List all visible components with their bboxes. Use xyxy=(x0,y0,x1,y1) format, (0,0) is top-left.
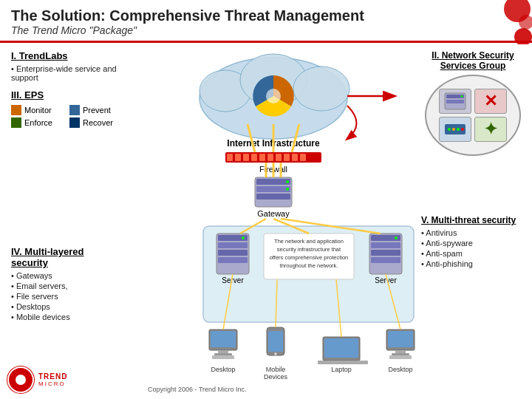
svg-point-89 xyxy=(452,128,455,131)
svg-text:Server: Server xyxy=(222,276,244,284)
svg-rect-17 xyxy=(276,154,282,161)
multi-layered-bullet-4: • Mobile devices xyxy=(11,313,122,321)
left-panel: I. TrendLabs • Enterprise-wide service a… xyxy=(0,43,129,398)
eps-title: III. EPS xyxy=(11,89,122,100)
svg-text:Server: Server xyxy=(375,276,397,284)
svg-rect-61 xyxy=(214,353,232,355)
svg-rect-12 xyxy=(235,154,241,161)
svg-rect-27 xyxy=(256,186,290,192)
svg-text:Mobile: Mobile xyxy=(266,366,286,373)
eps-item-enforce: Enforce xyxy=(11,117,64,128)
svg-point-29 xyxy=(286,180,289,183)
svg-rect-71 xyxy=(318,361,368,364)
svg-rect-62 xyxy=(212,355,234,359)
monitor-label: Monitor xyxy=(24,106,52,115)
eps-grid: Monitor Prevent Enforce Recover xyxy=(11,105,122,128)
svg-rect-20 xyxy=(300,154,306,161)
enforce-color xyxy=(11,117,21,128)
eps-section: III. EPS Monitor Prevent Enforce Recover xyxy=(11,89,122,128)
eps-item-monitor: Monitor xyxy=(11,105,64,115)
prevent-label: Prevent xyxy=(83,106,111,115)
svg-rect-11 xyxy=(227,154,233,161)
page-subtitle: The Trend Micro "Package" xyxy=(11,24,521,36)
svg-rect-74 xyxy=(388,331,413,347)
svg-point-30 xyxy=(286,188,289,191)
svg-rect-77 xyxy=(389,355,412,359)
svg-point-48 xyxy=(395,236,398,239)
trendlabs-bullet: • Enterprise-wide service and support xyxy=(11,64,122,82)
trendlabs-section: I. TrendLabs • Enterprise-wide service a… xyxy=(11,50,122,82)
svg-text:Laptop: Laptop xyxy=(331,366,352,373)
svg-point-86 xyxy=(461,95,463,98)
multi-layered-title: IV. Multi-layered security xyxy=(11,246,122,268)
svg-rect-19 xyxy=(292,154,298,161)
main-diagram: Internet Infrastructure Firewall xyxy=(129,43,417,398)
svg-rect-39 xyxy=(218,250,248,256)
svg-rect-45 xyxy=(371,242,400,248)
network-security-section: II. Network Security Services Group xyxy=(421,50,525,156)
svg-point-88 xyxy=(448,128,451,131)
multi-threat-bullet-2: • Anti-spam xyxy=(421,249,525,258)
svg-rect-26 xyxy=(256,179,290,185)
svg-rect-85 xyxy=(446,100,464,103)
right-panel: II. Network Security Services Group xyxy=(417,43,532,398)
svg-text:Desktop: Desktop xyxy=(388,366,412,373)
multi-threat-bullet-1: • Anti-spyware xyxy=(421,239,525,248)
svg-rect-76 xyxy=(392,353,409,355)
network-security-circle: ✕ ✦ xyxy=(425,75,521,156)
svg-rect-38 xyxy=(218,242,248,248)
multi-threat-section: V. Multi-threat security • Antivirus • A… xyxy=(421,215,525,268)
trendlabs-title: I. TrendLabs xyxy=(11,50,122,61)
svg-rect-13 xyxy=(243,154,249,161)
svg-text:Desktop: Desktop xyxy=(211,366,235,373)
server-icon-1 xyxy=(439,89,471,114)
network-icons-grid: ✕ ✦ xyxy=(433,83,513,148)
enforce-label: Enforce xyxy=(24,118,52,127)
svg-point-2 xyxy=(514,28,532,44)
eps-item-prevent: Prevent xyxy=(69,105,122,115)
page-title: The Solution: Comprehensive Threat Manag… xyxy=(11,7,521,24)
svg-point-6 xyxy=(293,66,349,111)
svg-rect-18 xyxy=(284,154,290,161)
svg-rect-15 xyxy=(259,154,265,161)
svg-rect-47 xyxy=(371,257,400,263)
svg-text:offers comprehensive protectio: offers comprehensive protection xyxy=(270,254,349,261)
main-content: I. TrendLabs • Enterprise-wide service a… xyxy=(0,43,532,398)
multi-layered-bullet-3: • Desktops xyxy=(11,302,122,311)
svg-rect-65 xyxy=(268,331,283,352)
svg-text:throughout the network.: throughout the network. xyxy=(280,262,338,269)
svg-point-66 xyxy=(274,352,277,355)
svg-text:Gateway: Gateway xyxy=(257,209,290,218)
recover-label: Recover xyxy=(83,118,113,127)
svg-rect-59 xyxy=(211,331,236,347)
svg-rect-46 xyxy=(371,250,400,256)
star-icon: ✦ xyxy=(474,117,507,142)
svg-rect-16 xyxy=(267,154,273,161)
svg-rect-14 xyxy=(251,154,257,161)
svg-text:Devices: Devices xyxy=(264,373,288,381)
svg-point-41 xyxy=(242,236,245,239)
svg-rect-28 xyxy=(256,194,290,200)
svg-text:security infrastructure that: security infrastructure that xyxy=(277,246,341,253)
svg-rect-40 xyxy=(218,257,248,263)
network-security-title: II. Network Security Services Group xyxy=(421,50,525,71)
svg-point-90 xyxy=(457,128,460,131)
multi-layered-bullet-2: • File servers xyxy=(11,292,122,301)
multi-layered-bullet-1: • Email servers, xyxy=(11,282,122,290)
svg-point-7 xyxy=(266,89,281,103)
svg-rect-70 xyxy=(324,338,358,358)
multi-threat-bullet-0: • Antivirus xyxy=(421,228,525,237)
switch-icon xyxy=(439,117,471,142)
svg-point-91 xyxy=(461,128,464,131)
monitor-color xyxy=(11,105,21,115)
multi-threat-bullet-3: • Anti-phishing xyxy=(421,259,525,268)
deco-circles-icon xyxy=(473,0,532,44)
svg-text:The network and application: The network and application xyxy=(274,238,344,245)
center-diagram: Internet Infrastructure Firewall xyxy=(129,43,417,398)
recover-color xyxy=(69,117,80,128)
eps-item-recover: Recover xyxy=(69,117,122,128)
copyright-text: Copyright 2006 - Trend Micro Inc. xyxy=(148,386,247,393)
multi-layered-bullet-0: • Gateways xyxy=(11,271,122,280)
multi-threat-title: V. Multi-threat security xyxy=(421,215,525,225)
prevent-color xyxy=(69,105,80,115)
